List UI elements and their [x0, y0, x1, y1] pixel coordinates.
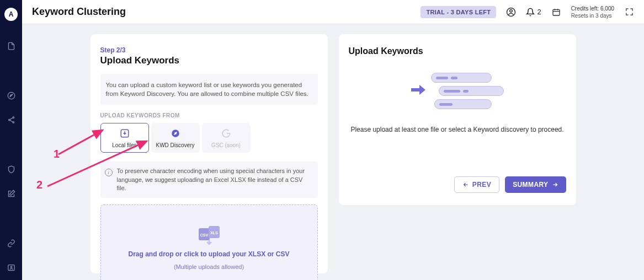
google-icon	[221, 128, 232, 139]
summary-title: Upload Keywords	[349, 46, 566, 56]
discovery-icon	[170, 128, 181, 139]
source-tab-local[interactable]: Local files	[100, 123, 149, 153]
upload-summary-card: Upload Keywords Please upload at least o…	[339, 34, 576, 205]
card-title: Upload Keywords	[100, 55, 318, 66]
app-logo[interactable]: A	[4, 8, 18, 21]
sources-label: UPLOAD KEYWORDS FROM	[100, 112, 318, 119]
summary-button[interactable]: SUMMARY	[505, 176, 566, 193]
dropzone-text: Drag and drop or click to upload your XL…	[128, 250, 289, 258]
notification-count: 2	[537, 8, 541, 16]
dropzone-subtext: (Multiple uploads allowed)	[174, 263, 244, 270]
trial-badge: TRIAL - 3 DAYS LEFT	[421, 6, 496, 18]
prev-button[interactable]: PREV	[454, 176, 499, 193]
source-tabs: Local files KWD Discovery GSC (soon)	[100, 123, 318, 153]
svg-rect-9	[553, 9, 560, 15]
download-icon	[119, 128, 130, 139]
user-icon[interactable]	[6, 262, 16, 272]
link-icon[interactable]	[6, 238, 16, 248]
topbar: Keyword Clustering TRIAL - 3 DAYS LEFT 2…	[22, 0, 644, 24]
file-upload-icon: CSV XLS	[198, 226, 221, 245]
svg-point-3	[8, 119, 10, 121]
document-icon[interactable]	[6, 41, 16, 51]
svg-point-8	[510, 9, 513, 12]
account-icon[interactable]	[506, 7, 516, 17]
step-indicator: Step 2/3	[100, 46, 318, 54]
source-tab-gsc: GSC (soon)	[202, 123, 251, 153]
svg-point-4	[13, 121, 14, 123]
encoding-info: i To preserve character encoding when us…	[100, 161, 318, 198]
bell-icon	[526, 8, 535, 17]
info-icon: i	[105, 169, 113, 176]
source-tab-label: Local files	[112, 142, 136, 148]
placeholder-illustration	[349, 73, 566, 109]
notifications-button[interactable]: 2	[526, 8, 541, 17]
source-tab-kwd[interactable]: KWD Discovery	[151, 123, 200, 153]
share-icon[interactable]	[6, 115, 16, 125]
arrow-right-icon	[411, 84, 425, 98]
edit-icon[interactable]	[6, 189, 16, 198]
arrow-right-icon	[552, 181, 558, 188]
arrow-left-icon	[462, 181, 469, 188]
expand-icon[interactable]	[624, 7, 634, 17]
content-area: Step 2/3 Upload Keywords You can upload …	[22, 24, 644, 280]
svg-point-2	[13, 116, 14, 118]
svg-marker-1	[10, 94, 13, 97]
compass-icon[interactable]	[6, 90, 16, 100]
empty-state-message: Please upload at least one file or selec…	[349, 126, 566, 133]
shield-icon[interactable]	[6, 164, 16, 174]
page-title: Keyword Clustering	[32, 6, 126, 18]
svg-text:XLS: XLS	[210, 231, 218, 235]
sidebar: A	[0, 0, 22, 280]
upload-step-card: Step 2/3 Upload Keywords You can upload …	[91, 34, 328, 273]
nav-buttons: PREV SUMMARY	[349, 176, 566, 193]
calendar-icon[interactable]	[551, 7, 561, 17]
svg-text:CSV: CSV	[200, 233, 208, 237]
source-tab-label: GSC (soon)	[211, 142, 241, 148]
svg-point-6	[10, 266, 12, 268]
source-tab-label: KWD Discovery	[156, 142, 194, 148]
credits-info: Credits left: 6,000 Resets in 3 days	[571, 5, 614, 19]
description-text: You can upload a custom keyword list or …	[100, 74, 318, 105]
file-dropzone[interactable]: CSV XLS Drag and drop or click to upload…	[100, 204, 318, 280]
